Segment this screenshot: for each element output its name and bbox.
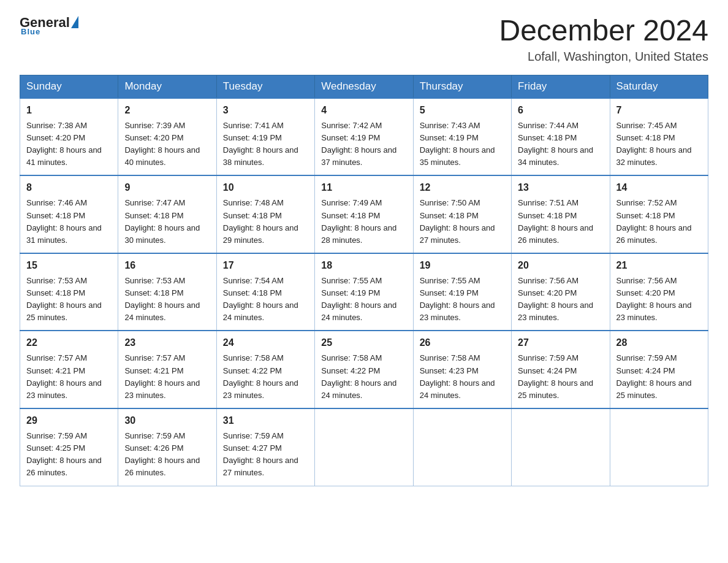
calendar-cell: 5Sunrise: 7:43 AMSunset: 4:19 PMDaylight… xyxy=(413,98,511,176)
page-subtitle: Lofall, Washington, United States xyxy=(499,50,708,64)
day-number: 28 xyxy=(616,335,702,350)
day-number: 10 xyxy=(223,180,308,195)
col-thursday: Thursday xyxy=(413,75,511,98)
day-info: Sunrise: 7:52 AMSunset: 4:18 PMDaylight:… xyxy=(616,198,692,244)
day-number: 12 xyxy=(420,180,505,195)
page-title: December 2024 xyxy=(499,15,708,47)
day-info: Sunrise: 7:55 AMSunset: 4:19 PMDaylight:… xyxy=(321,276,396,322)
calendar-cell: 7Sunrise: 7:45 AMSunset: 4:18 PMDaylight… xyxy=(610,98,708,176)
calendar-cell: 30Sunrise: 7:59 AMSunset: 4:26 PMDayligh… xyxy=(118,408,216,486)
calendar-cell: 31Sunrise: 7:59 AMSunset: 4:27 PMDayligh… xyxy=(216,408,314,486)
calendar-cell: 18Sunrise: 7:55 AMSunset: 4:19 PMDayligh… xyxy=(315,253,413,331)
calendar-cell: 10Sunrise: 7:48 AMSunset: 4:18 PMDayligh… xyxy=(216,175,314,253)
calendar-cell: 23Sunrise: 7:57 AMSunset: 4:21 PMDayligh… xyxy=(118,331,216,408)
day-info: Sunrise: 7:51 AMSunset: 4:18 PMDaylight:… xyxy=(518,198,593,244)
day-info: Sunrise: 7:39 AMSunset: 4:20 PMDaylight:… xyxy=(124,121,200,167)
day-number: 16 xyxy=(124,258,210,273)
day-info: Sunrise: 7:59 AMSunset: 4:27 PMDaylight:… xyxy=(223,431,298,477)
day-number: 7 xyxy=(616,103,702,118)
calendar-cell: 11Sunrise: 7:49 AMSunset: 4:18 PMDayligh… xyxy=(315,175,413,253)
calendar-cell: 29Sunrise: 7:59 AMSunset: 4:25 PMDayligh… xyxy=(20,408,118,486)
day-number: 20 xyxy=(518,258,603,273)
col-sunday: Sunday xyxy=(20,75,118,98)
logo-blue-text: Blue xyxy=(21,27,40,36)
title-block: December 2024 Lofall, Washington, United… xyxy=(499,15,708,64)
calendar-cell xyxy=(413,408,511,486)
calendar-cell: 26Sunrise: 7:58 AMSunset: 4:23 PMDayligh… xyxy=(413,331,511,408)
day-number: 17 xyxy=(223,258,308,273)
week-row-5: 29Sunrise: 7:59 AMSunset: 4:25 PMDayligh… xyxy=(20,408,708,486)
col-wednesday: Wednesday xyxy=(315,75,413,98)
day-number: 27 xyxy=(518,335,603,350)
day-info: Sunrise: 7:44 AMSunset: 4:18 PMDaylight:… xyxy=(518,121,593,167)
day-number: 1 xyxy=(26,103,112,118)
day-number: 13 xyxy=(518,180,603,195)
calendar-cell: 19Sunrise: 7:55 AMSunset: 4:19 PMDayligh… xyxy=(413,253,511,331)
calendar-cell: 15Sunrise: 7:53 AMSunset: 4:18 PMDayligh… xyxy=(20,253,118,331)
day-number: 8 xyxy=(26,180,112,195)
day-number: 19 xyxy=(420,258,505,273)
day-number: 18 xyxy=(321,258,406,273)
day-number: 11 xyxy=(321,180,406,195)
calendar-cell: 4Sunrise: 7:42 AMSunset: 4:19 PMDaylight… xyxy=(315,98,413,176)
day-info: Sunrise: 7:50 AMSunset: 4:18 PMDaylight:… xyxy=(420,198,495,244)
calendar-cell xyxy=(315,408,413,486)
day-number: 14 xyxy=(616,180,702,195)
day-info: Sunrise: 7:59 AMSunset: 4:24 PMDaylight:… xyxy=(518,353,593,399)
day-info: Sunrise: 7:55 AMSunset: 4:19 PMDaylight:… xyxy=(420,276,495,322)
day-info: Sunrise: 7:58 AMSunset: 4:22 PMDaylight:… xyxy=(321,353,396,399)
day-number: 30 xyxy=(124,413,210,428)
day-number: 3 xyxy=(223,103,308,118)
day-number: 4 xyxy=(321,103,406,118)
day-number: 21 xyxy=(616,258,702,273)
day-number: 22 xyxy=(26,335,112,350)
col-monday: Monday xyxy=(118,75,216,98)
calendar-cell: 24Sunrise: 7:58 AMSunset: 4:22 PMDayligh… xyxy=(216,331,314,408)
calendar-table: Sunday Monday Tuesday Wednesday Thursday… xyxy=(20,75,708,486)
week-row-4: 22Sunrise: 7:57 AMSunset: 4:21 PMDayligh… xyxy=(20,331,708,408)
day-info: Sunrise: 7:53 AMSunset: 4:18 PMDaylight:… xyxy=(26,276,102,322)
day-info: Sunrise: 7:48 AMSunset: 4:18 PMDaylight:… xyxy=(223,198,298,244)
col-tuesday: Tuesday xyxy=(216,75,314,98)
calendar-cell: 21Sunrise: 7:56 AMSunset: 4:20 PMDayligh… xyxy=(610,253,708,331)
day-number: 29 xyxy=(26,413,112,428)
day-number: 26 xyxy=(420,335,505,350)
day-info: Sunrise: 7:54 AMSunset: 4:18 PMDaylight:… xyxy=(223,276,298,322)
day-number: 2 xyxy=(124,103,210,118)
day-info: Sunrise: 7:57 AMSunset: 4:21 PMDaylight:… xyxy=(124,353,200,399)
day-info: Sunrise: 7:59 AMSunset: 4:25 PMDaylight:… xyxy=(26,431,102,477)
calendar-cell: 27Sunrise: 7:59 AMSunset: 4:24 PMDayligh… xyxy=(512,331,610,408)
day-info: Sunrise: 7:43 AMSunset: 4:19 PMDaylight:… xyxy=(420,121,495,167)
calendar-cell: 16Sunrise: 7:53 AMSunset: 4:18 PMDayligh… xyxy=(118,253,216,331)
week-row-2: 8Sunrise: 7:46 AMSunset: 4:18 PMDaylight… xyxy=(20,175,708,253)
calendar-cell: 3Sunrise: 7:41 AMSunset: 4:19 PMDaylight… xyxy=(216,98,314,176)
logo-triangle-icon xyxy=(71,16,78,28)
day-number: 15 xyxy=(26,258,112,273)
day-info: Sunrise: 7:56 AMSunset: 4:20 PMDaylight:… xyxy=(616,276,692,322)
day-info: Sunrise: 7:45 AMSunset: 4:18 PMDaylight:… xyxy=(616,121,692,167)
day-info: Sunrise: 7:53 AMSunset: 4:18 PMDaylight:… xyxy=(124,276,200,322)
calendar-cell: 6Sunrise: 7:44 AMSunset: 4:18 PMDaylight… xyxy=(512,98,610,176)
day-info: Sunrise: 7:58 AMSunset: 4:22 PMDaylight:… xyxy=(223,353,298,399)
day-number: 31 xyxy=(223,413,308,428)
calendar-cell: 13Sunrise: 7:51 AMSunset: 4:18 PMDayligh… xyxy=(512,175,610,253)
day-number: 5 xyxy=(420,103,505,118)
day-number: 25 xyxy=(321,335,406,350)
page-header: General Blue December 2024 Lofall, Washi… xyxy=(20,15,708,64)
logo: General Blue xyxy=(20,15,78,36)
calendar-cell: 9Sunrise: 7:47 AMSunset: 4:18 PMDaylight… xyxy=(118,175,216,253)
calendar-cell: 20Sunrise: 7:56 AMSunset: 4:20 PMDayligh… xyxy=(512,253,610,331)
col-friday: Friday xyxy=(512,75,610,98)
week-row-3: 15Sunrise: 7:53 AMSunset: 4:18 PMDayligh… xyxy=(20,253,708,331)
calendar-cell: 12Sunrise: 7:50 AMSunset: 4:18 PMDayligh… xyxy=(413,175,511,253)
calendar-cell: 14Sunrise: 7:52 AMSunset: 4:18 PMDayligh… xyxy=(610,175,708,253)
day-info: Sunrise: 7:38 AMSunset: 4:20 PMDaylight:… xyxy=(26,121,102,167)
day-number: 23 xyxy=(124,335,210,350)
calendar-cell: 17Sunrise: 7:54 AMSunset: 4:18 PMDayligh… xyxy=(216,253,314,331)
calendar-header-row: Sunday Monday Tuesday Wednesday Thursday… xyxy=(20,75,708,98)
calendar-cell xyxy=(610,408,708,486)
calendar-cell: 25Sunrise: 7:58 AMSunset: 4:22 PMDayligh… xyxy=(315,331,413,408)
day-number: 24 xyxy=(223,335,308,350)
day-number: 9 xyxy=(124,180,210,195)
calendar-cell: 2Sunrise: 7:39 AMSunset: 4:20 PMDaylight… xyxy=(118,98,216,176)
